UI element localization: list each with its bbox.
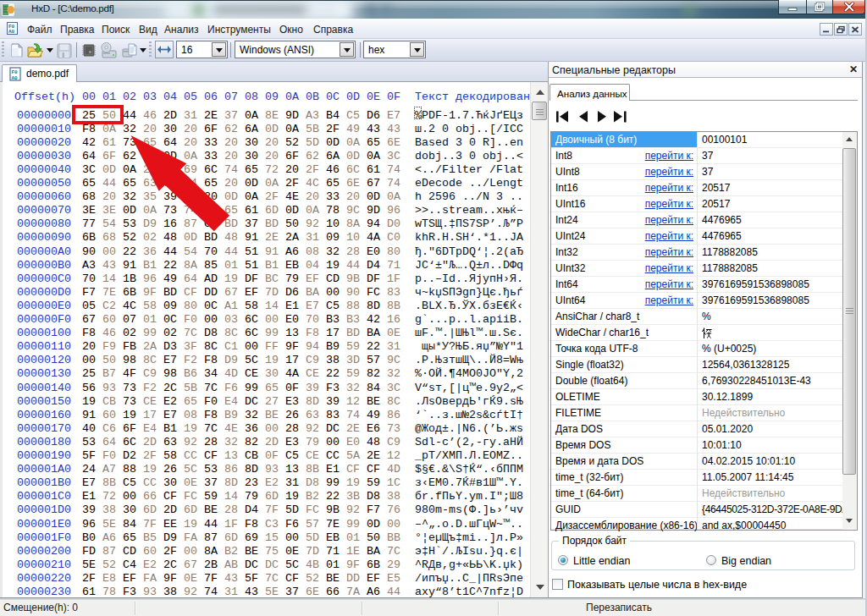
svg-text:A0: A0 [12, 75, 19, 81]
svg-text:A0: A0 [8, 29, 15, 35]
